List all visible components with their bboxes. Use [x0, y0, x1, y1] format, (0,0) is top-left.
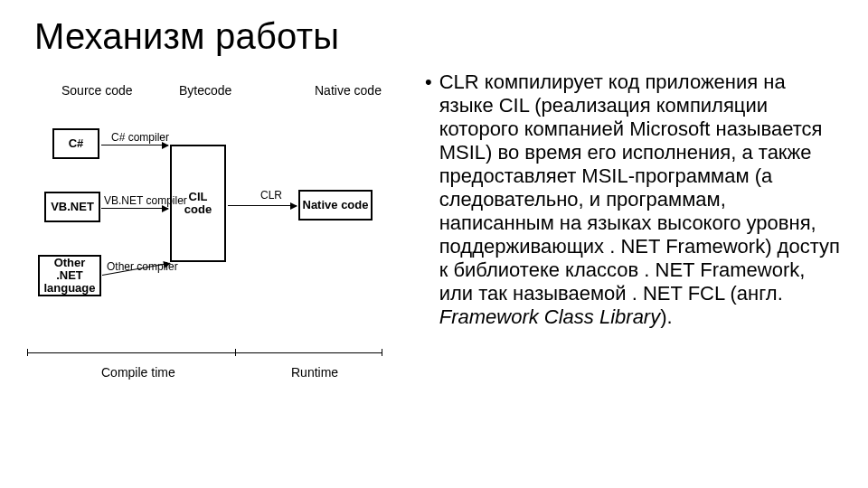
column-header-native: Native code: [315, 83, 382, 98]
column-header-bytecode: Bytecode: [179, 83, 231, 98]
timeline-tick: [382, 349, 382, 356]
para-post: ).: [660, 305, 672, 328]
para-italic: Framework Class Library: [439, 305, 661, 328]
slide-title: Механизм работы: [34, 16, 339, 57]
bullet-dot: •: [425, 70, 432, 328]
timeline-tick: [235, 349, 236, 356]
edge-label-clr: CLR: [260, 189, 282, 202]
node-native-code: Native code: [298, 190, 373, 221]
node-other-lang: Other .NET language: [38, 255, 101, 296]
edge-label-vbnet-compiler: VB.NET compiler: [104, 194, 187, 207]
node-csharp: C#: [52, 128, 99, 159]
edge-label-csharp-compiler: C# compiler: [111, 131, 169, 144]
arrow-icon: [101, 208, 168, 209]
timeline-tick: [27, 349, 28, 356]
body-text: • CLR компилирует код приложения на язык…: [425, 70, 841, 328]
column-header-source: Source code: [61, 83, 133, 98]
body-paragraph: CLR компилирует код приложения на языке …: [439, 70, 841, 328]
phase-label-runtime: Runtime: [291, 365, 338, 380]
compilation-diagram: Source code Bytecode Native code C# VB.N…: [27, 81, 416, 461]
para-pre: CLR компилирует код приложения на языке …: [439, 70, 840, 305]
arrow-icon: [228, 205, 297, 206]
arrow-icon: [101, 145, 168, 145]
node-vbnet: VB.NET: [44, 192, 100, 222]
timeline-baseline: [27, 352, 382, 353]
phase-label-compile: Compile time: [101, 365, 175, 380]
